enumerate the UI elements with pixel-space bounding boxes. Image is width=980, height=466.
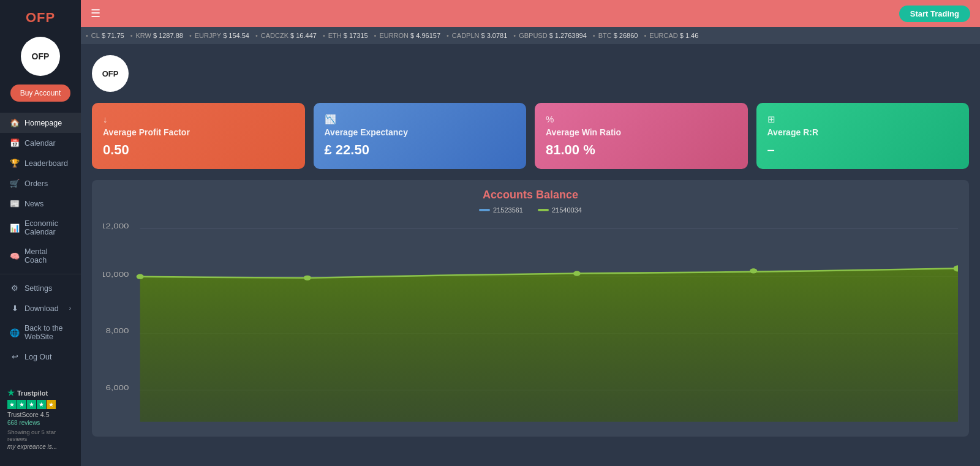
- legend-item-1: 21523561: [479, 206, 523, 214]
- svg-text:6,000: 6,000: [106, 385, 129, 392]
- svg-point-11: [573, 271, 581, 276]
- buy-account-button[interactable]: Buy Account: [10, 85, 71, 102]
- sidebar-item-homepage[interactable]: 🏠 Homepage: [0, 113, 81, 133]
- win-ratio-value: 81.00 %: [546, 142, 737, 158]
- topbar: ☰ Start Trading: [81, 0, 980, 27]
- start-trading-button[interactable]: Start Trading: [899, 6, 970, 22]
- star-2: ★: [17, 400, 26, 409]
- star-5: ★: [47, 400, 56, 409]
- svg-text:12,000: 12,000: [103, 223, 129, 230]
- stat-card-rr: ⊞ Average R:R –: [756, 103, 970, 169]
- sidebar-item-news[interactable]: 📰 News: [0, 194, 81, 214]
- ticker-cl: • CL $ 71.75: [86, 32, 124, 39]
- expectancy-icon: 📉: [325, 114, 516, 125]
- svg-marker-8: [140, 268, 958, 421]
- sidebar-item-settings[interactable]: ⚙ Settings: [0, 278, 81, 298]
- orders-icon: 🛒: [10, 179, 20, 188]
- economic-calendar-icon: 📊: [10, 224, 20, 233]
- sidebar-item-calendar[interactable]: 📅 Calendar: [0, 133, 81, 153]
- star-1: ★: [7, 400, 17, 409]
- trustpilot-section: ★ Trustpilot ★ ★ ★ ★ ★ TrustScore 4.5 66…: [0, 382, 81, 456]
- svg-point-12: [750, 268, 757, 273]
- legend-color-blue: [479, 209, 490, 211]
- sidebar-item-leaderboard[interactable]: 🏆 Leaderboard: [0, 153, 81, 173]
- ticker-krw: • KRW $ 1287.88: [130, 32, 183, 39]
- settings-icon: ⚙: [10, 284, 20, 293]
- rr-value: –: [767, 142, 959, 158]
- logout-icon: ↩: [10, 352, 20, 361]
- sidebar-item-mental-coach[interactable]: 🧠 Mental Coach: [0, 242, 81, 270]
- win-ratio-icon: %: [546, 114, 737, 124]
- sidebar-item-logout[interactable]: ↩ Log Out: [0, 347, 81, 367]
- ticker-btc: • BTC $ 26860: [593, 32, 638, 39]
- profile-header: OFP: [92, 55, 969, 92]
- stat-card-win-ratio: % Average Win Ratio 81.00 %: [535, 103, 748, 169]
- expectancy-label: Average Expectancy: [325, 127, 516, 137]
- ticker-cadpln: • CADPLN $ 3.0781: [447, 32, 507, 39]
- trustscore-label: TrustScore 4.5: [7, 411, 74, 418]
- chart-svg: 12,000 10,000 8,000 6,000: [103, 220, 958, 428]
- chart-container: 12,000 10,000 8,000 6,000: [103, 220, 958, 428]
- sidebar-item-website[interactable]: 🌐 Back to the WebSite: [0, 318, 81, 347]
- trustpilot-stars: ★ ★ ★ ★ ★: [7, 400, 74, 409]
- dashboard: OFP ↓ Average Profit Factor 0.50 📉 Avera…: [81, 44, 980, 466]
- ticker-bar: • CL $ 71.75 • KRW $ 1287.88 • EURJPY $ …: [81, 27, 980, 44]
- legend-label-1: 21523561: [493, 206, 523, 214]
- star-3: ★: [27, 400, 36, 409]
- chart-section: Accounts Balance 21523561 21540034 12,00…: [92, 180, 969, 437]
- ticker-eth: • ETH $ 17315: [323, 32, 368, 39]
- ticker-eurjpy: • EURJPY $ 154.54: [189, 32, 249, 39]
- trustpilot-star-icon: ★: [7, 388, 15, 397]
- trustpilot-title: ★ Trustpilot: [7, 388, 74, 397]
- ticker-eurcad: • EURCAD $ 1.46: [644, 32, 698, 39]
- profit-factor-value: 0.50: [103, 142, 294, 158]
- reviews-link[interactable]: 668 reviews: [7, 419, 74, 426]
- legend-label-2: 21540034: [552, 206, 582, 214]
- hamburger-icon[interactable]: ☰: [91, 7, 100, 20]
- legend-item-2: 21540034: [538, 206, 582, 214]
- profit-factor-label: Average Profit Factor: [103, 127, 294, 137]
- win-ratio-label: Average Win Ratio: [546, 127, 737, 137]
- stat-cards: ↓ Average Profit Factor 0.50 📉 Average E…: [92, 103, 969, 169]
- ticker-eurron: • EURRON $ 4.96157: [374, 32, 440, 39]
- expectancy-value: £ 22.50: [325, 142, 516, 158]
- rr-label: Average R:R: [767, 127, 959, 137]
- star-4: ★: [37, 400, 46, 409]
- home-icon: 🏠: [10, 118, 20, 127]
- news-icon: 📰: [10, 199, 20, 208]
- sidebar-avatar: OFP: [21, 37, 60, 76]
- ticker-gbpusd: • GBPUSD $ 1.2763894: [513, 32, 587, 39]
- chart-legend: 21523561 21540034: [103, 206, 958, 214]
- stat-card-profit-factor: ↓ Average Profit Factor 0.50: [92, 103, 305, 169]
- sidebar-logo: OFP: [26, 10, 55, 26]
- rr-icon: ⊞: [767, 114, 959, 125]
- svg-point-10: [304, 276, 311, 280]
- calendar-icon: 📅: [10, 138, 20, 148]
- mental-coach-icon: 🧠: [10, 252, 20, 261]
- download-icon: ⬇: [10, 304, 20, 313]
- main-content: ☰ Start Trading • CL $ 71.75 • KRW $ 128…: [81, 0, 980, 466]
- sidebar-item-orders[interactable]: 🛒 Orders: [0, 173, 81, 194]
- leaderboard-icon: 🏆: [10, 159, 20, 168]
- sidebar-nav: 🏠 Homepage 📅 Calendar 🏆 Leaderboard 🛒 Or…: [0, 113, 81, 367]
- legend-color-green: [538, 209, 549, 211]
- chevron-right-icon: ›: [69, 305, 71, 312]
- svg-point-9: [137, 274, 144, 279]
- sidebar: OFP OFP Buy Account 🏠 Homepage 📅 Calenda…: [0, 0, 81, 466]
- sidebar-item-download[interactable]: ⬇ Download ›: [0, 298, 81, 318]
- svg-text:10,000: 10,000: [103, 271, 129, 278]
- ticker-cadczk: • CADCZK $ 16.447: [255, 32, 317, 39]
- website-icon: 🌐: [10, 328, 20, 337]
- stat-card-expectancy: 📉 Average Expectancy £ 22.50: [314, 103, 527, 169]
- profit-factor-icon: ↓: [103, 114, 294, 124]
- showing-label: Showing our 5 star reviews: [7, 429, 74, 442]
- sidebar-item-economic-calendar[interactable]: 📊 Economic Calendar: [0, 214, 81, 242]
- profile-avatar: OFP: [92, 55, 129, 92]
- svg-text:8,000: 8,000: [106, 328, 129, 335]
- chart-title: Accounts Balance: [103, 189, 958, 201]
- review-excerpt: my expreance is...: [7, 443, 74, 450]
